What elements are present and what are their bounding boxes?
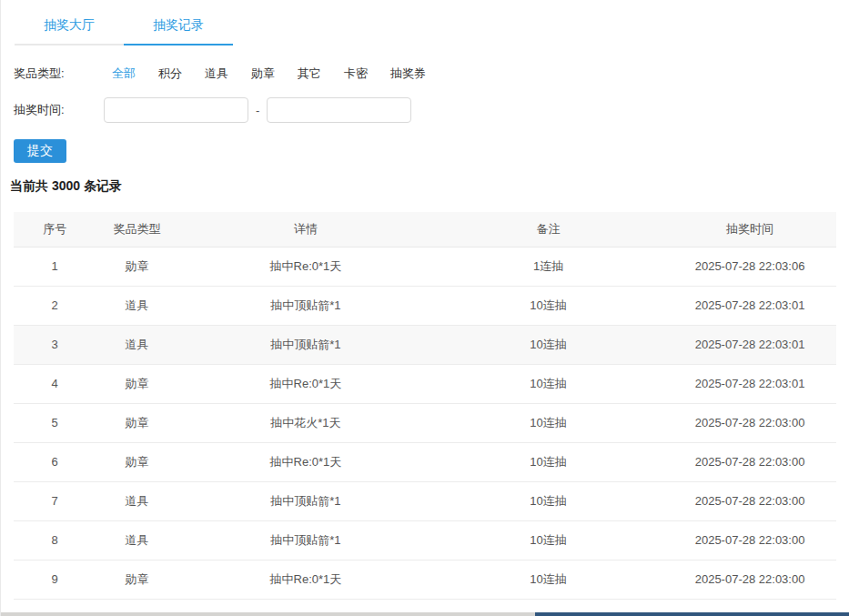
lottery-records-page: 抽奖大厅 抽奖记录 奖品类型: 全部积分道具勋章其它卡密抽奖券 抽奖时间: - … [0,0,849,616]
table-cell: 抽中顶贴箭*1 [178,481,433,520]
filter-option[interactable]: 卡密 [344,66,368,82]
filter-option[interactable]: 全部 [112,66,136,82]
table-cell: 2 [14,286,96,325]
tab-lottery-records[interactable]: 抽奖记录 [124,9,233,45]
table-cell: 1连抽 [433,247,663,286]
table-row: 9勋章抽中Re:0*1天10连抽2025-07-28 22:03:00 [14,560,836,599]
table-row: 5勋章抽中花火*1天10连抽2025-07-28 22:03:00 [14,403,836,442]
table-cell: 3 [14,325,96,364]
column-header: 详情 [178,212,433,247]
table-cell: 2025-07-28 22:03:00 [663,403,836,442]
prize-type-label: 奖品类型: [14,66,104,82]
table-row: 8道具抽中顶贴箭*110连抽2025-07-28 22:03:00 [14,520,836,560]
table-cell: 抽中顶贴箭*1 [178,520,433,560]
table-cell: 4 [14,364,96,403]
table-cell: 2025-07-28 22:03:01 [663,286,836,325]
table-cell: 5 [14,403,96,442]
table-cell: 10连抽 [433,560,663,599]
table-cell: 勋章 [96,442,177,481]
table-cell: 抽中Re:0*1天 [178,560,433,599]
record-count-text: 当前共 3000 条记录 [10,178,849,195]
horizontal-scrollbar-track[interactable] [1,612,849,616]
table-cell: 勋章 [96,247,177,286]
table-cell: 道具 [96,325,177,364]
table-cell: 2025-07-28 22:03:01 [663,364,836,403]
table-row: 7道具抽中顶贴箭*110连抽2025-07-28 22:03:00 [14,481,836,520]
date-from-input[interactable] [104,97,248,123]
table-cell: 1 [14,247,96,286]
date-range-separator: - [256,104,259,117]
table-cell: 抽中顶贴箭*1 [178,325,433,364]
records-table: 序号奖品类型详情备注抽奖时间 1勋章抽中Re:0*1天1连抽2025-07-28… [14,212,836,600]
horizontal-scrollbar-thumb[interactable] [535,612,849,616]
table-cell: 道具 [96,286,177,325]
table-cell: 7 [14,481,96,520]
filter-option[interactable]: 勋章 [251,66,275,82]
table-cell: 10连抽 [433,325,663,364]
date-to-input[interactable] [267,97,411,123]
table-header-row: 序号奖品类型详情备注抽奖时间 [14,212,836,247]
table-cell: 6 [14,442,96,481]
table-row: 1勋章抽中Re:0*1天1连抽2025-07-28 22:03:06 [14,247,836,286]
table-cell: 10连抽 [433,481,663,520]
table-cell: 道具 [96,481,177,520]
table-cell: 2025-07-28 22:03:00 [663,520,836,560]
table-cell: 2025-07-28 22:03:06 [663,247,836,286]
filter-option[interactable]: 积分 [158,66,182,82]
table-row: 4勋章抽中Re:0*1天10连抽2025-07-28 22:03:01 [14,364,836,403]
column-header: 抽奖时间 [663,212,836,247]
time-filter-row: 抽奖时间: - [14,97,849,123]
table-cell: 9 [14,560,96,599]
table-cell: 抽中花火*1天 [178,403,433,442]
submit-button[interactable]: 提交 [14,139,66,163]
filter-option[interactable]: 道具 [205,66,228,82]
table-cell: 10连抽 [433,403,663,442]
table-cell: 10连抽 [433,442,663,481]
table-cell: 抽中Re:0*1天 [178,247,433,286]
table-cell: 勋章 [96,560,177,599]
tab-bar: 抽奖大厅 抽奖记录 [15,9,849,45]
table-cell: 10连抽 [433,520,663,560]
prize-type-options: 全部积分道具勋章其它卡密抽奖券 [112,66,426,82]
table-cell: 2025-07-28 22:03:00 [663,442,836,481]
filter-option[interactable]: 抽奖券 [390,66,426,82]
table-cell: 2025-07-28 22:03:00 [663,560,836,599]
table-cell: 勋章 [96,403,177,442]
column-header: 奖品类型 [96,212,177,247]
column-header: 序号 [14,212,96,247]
column-header: 备注 [433,212,663,247]
table-row: 6勋章抽中Re:0*1天10连抽2025-07-28 22:03:00 [14,442,836,481]
table-cell: 道具 [96,520,177,560]
time-filter-label: 抽奖时间: [14,102,104,118]
table-cell: 8 [14,520,96,560]
table-cell: 勋章 [96,364,177,403]
table-cell: 抽中顶贴箭*1 [178,286,433,325]
table-cell: 抽中Re:0*1天 [178,442,433,481]
filter-option[interactable]: 其它 [298,66,321,82]
table-row: 3道具抽中顶贴箭*110连抽2025-07-28 22:03:01 [14,325,836,364]
prize-type-filter-row: 奖品类型: 全部积分道具勋章其它卡密抽奖券 [14,66,849,82]
table-cell: 2025-07-28 22:03:01 [663,325,836,364]
table-cell: 10连抽 [433,286,663,325]
tab-lottery-hall[interactable]: 抽奖大厅 [15,9,124,45]
table-cell: 抽中Re:0*1天 [178,364,433,403]
table-cell: 10连抽 [433,364,663,403]
table-row: 2道具抽中顶贴箭*110连抽2025-07-28 22:03:01 [14,286,836,325]
table-cell: 2025-07-28 22:03:00 [663,481,836,520]
